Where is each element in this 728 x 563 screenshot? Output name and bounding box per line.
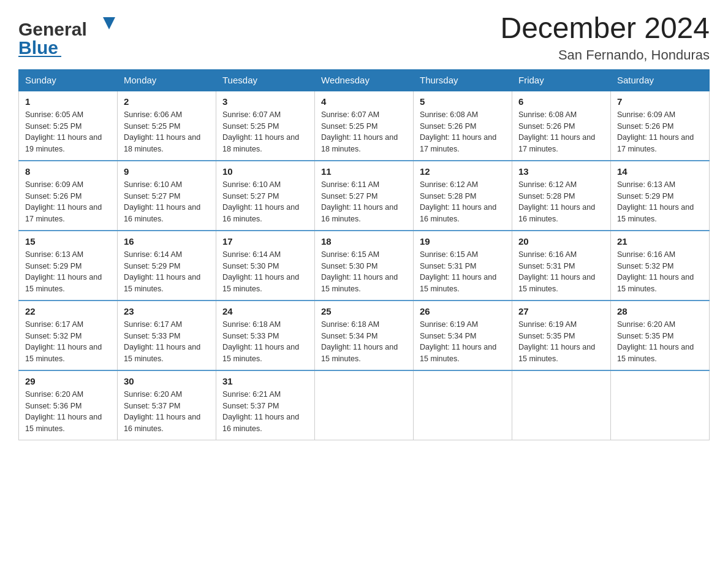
calendar-cell: 2 Sunrise: 6:06 AMSunset: 5:25 PMDayligh… <box>118 91 216 161</box>
day-number: 26 <box>420 306 506 316</box>
location-title: San Fernando, Honduras <box>500 47 710 63</box>
calendar-cell: 14 Sunrise: 6:13 AMSunset: 5:29 PMDaylig… <box>611 161 710 231</box>
day-info: Sunrise: 6:10 AMSunset: 5:27 PMDaylight:… <box>222 179 308 225</box>
day-number: 28 <box>617 306 703 316</box>
day-number: 19 <box>420 236 506 247</box>
day-number: 1 <box>25 96 111 107</box>
calendar-week-row: 1 Sunrise: 6:05 AMSunset: 5:25 PMDayligh… <box>19 91 710 161</box>
calendar-header-row: SundayMondayTuesdayWednesdayThursdayFrid… <box>19 69 710 91</box>
calendar-cell: 27 Sunrise: 6:19 AMSunset: 5:35 PMDaylig… <box>512 301 611 370</box>
day-number: 20 <box>518 236 604 247</box>
calendar-cell: 11 Sunrise: 6:11 AMSunset: 5:27 PMDaylig… <box>315 161 414 231</box>
day-info: Sunrise: 6:15 AMSunset: 5:31 PMDaylight:… <box>420 249 506 295</box>
calendar-cell: 15 Sunrise: 6:13 AMSunset: 5:29 PMDaylig… <box>19 231 118 301</box>
day-number: 13 <box>518 166 604 177</box>
calendar-cell: 4 Sunrise: 6:07 AMSunset: 5:25 PMDayligh… <box>315 91 414 161</box>
day-info: Sunrise: 6:14 AMSunset: 5:29 PMDaylight:… <box>124 249 210 295</box>
day-number: 17 <box>222 236 308 247</box>
day-number: 5 <box>420 96 506 107</box>
calendar-cell: 12 Sunrise: 6:12 AMSunset: 5:28 PMDaylig… <box>414 161 512 231</box>
day-info: Sunrise: 6:19 AMSunset: 5:34 PMDaylight:… <box>420 319 506 365</box>
calendar-cell: 26 Sunrise: 6:19 AMSunset: 5:34 PMDaylig… <box>414 301 512 370</box>
day-number: 27 <box>518 306 604 316</box>
calendar-cell <box>512 370 611 440</box>
day-info: Sunrise: 6:17 AMSunset: 5:32 PMDaylight:… <box>25 319 111 365</box>
day-info: Sunrise: 6:21 AMSunset: 5:37 PMDaylight:… <box>222 389 308 435</box>
calendar-cell: 10 Sunrise: 6:10 AMSunset: 5:27 PMDaylig… <box>216 161 315 231</box>
day-info: Sunrise: 6:15 AMSunset: 5:30 PMDaylight:… <box>321 249 407 295</box>
day-number: 30 <box>124 376 210 386</box>
day-number: 7 <box>617 96 703 107</box>
day-info: Sunrise: 6:18 AMSunset: 5:34 PMDaylight:… <box>321 319 407 365</box>
page-header: General Blue December 2024 San Fernando,… <box>18 12 710 63</box>
day-info: Sunrise: 6:10 AMSunset: 5:27 PMDaylight:… <box>124 179 210 225</box>
calendar-table: SundayMondayTuesdayWednesdayThursdayFrid… <box>18 69 710 440</box>
day-info: Sunrise: 6:05 AMSunset: 5:25 PMDaylight:… <box>25 109 111 155</box>
calendar-week-row: 8 Sunrise: 6:09 AMSunset: 5:26 PMDayligh… <box>19 161 710 231</box>
day-info: Sunrise: 6:11 AMSunset: 5:27 PMDaylight:… <box>321 179 407 225</box>
calendar-header-sunday: Sunday <box>19 69 118 91</box>
day-info: Sunrise: 6:20 AMSunset: 5:36 PMDaylight:… <box>25 389 111 435</box>
logo-svg: General Blue <box>18 12 119 58</box>
calendar-header-thursday: Thursday <box>414 69 512 91</box>
day-info: Sunrise: 6:20 AMSunset: 5:35 PMDaylight:… <box>617 319 703 365</box>
day-number: 8 <box>25 166 111 177</box>
day-number: 3 <box>222 96 308 107</box>
calendar-header-wednesday: Wednesday <box>315 69 414 91</box>
calendar-cell: 23 Sunrise: 6:17 AMSunset: 5:33 PMDaylig… <box>118 301 216 370</box>
day-info: Sunrise: 6:17 AMSunset: 5:33 PMDaylight:… <box>124 319 210 365</box>
calendar-header-saturday: Saturday <box>611 69 710 91</box>
calendar-header-tuesday: Tuesday <box>216 69 315 91</box>
calendar-week-row: 29 Sunrise: 6:20 AMSunset: 5:36 PMDaylig… <box>19 370 710 440</box>
svg-text:Blue: Blue <box>18 37 58 58</box>
calendar-cell: 25 Sunrise: 6:18 AMSunset: 5:34 PMDaylig… <box>315 301 414 370</box>
day-number: 9 <box>124 166 210 177</box>
day-info: Sunrise: 6:18 AMSunset: 5:33 PMDaylight:… <box>222 319 308 365</box>
day-info: Sunrise: 6:13 AMSunset: 5:29 PMDaylight:… <box>617 179 703 225</box>
calendar-cell: 7 Sunrise: 6:09 AMSunset: 5:26 PMDayligh… <box>611 91 710 161</box>
day-number: 10 <box>222 166 308 177</box>
calendar-header-monday: Monday <box>118 69 216 91</box>
day-info: Sunrise: 6:12 AMSunset: 5:28 PMDaylight:… <box>518 179 604 225</box>
day-number: 16 <box>124 236 210 247</box>
calendar-cell: 29 Sunrise: 6:20 AMSunset: 5:36 PMDaylig… <box>19 370 118 440</box>
day-info: Sunrise: 6:13 AMSunset: 5:29 PMDaylight:… <box>25 249 111 295</box>
day-number: 15 <box>25 236 111 247</box>
calendar-cell: 21 Sunrise: 6:16 AMSunset: 5:32 PMDaylig… <box>611 231 710 301</box>
day-info: Sunrise: 6:16 AMSunset: 5:31 PMDaylight:… <box>518 249 604 295</box>
day-number: 31 <box>222 376 308 386</box>
calendar-week-row: 22 Sunrise: 6:17 AMSunset: 5:32 PMDaylig… <box>19 301 710 370</box>
day-number: 22 <box>25 306 111 316</box>
calendar-cell: 20 Sunrise: 6:16 AMSunset: 5:31 PMDaylig… <box>512 231 611 301</box>
calendar-cell: 30 Sunrise: 6:20 AMSunset: 5:37 PMDaylig… <box>118 370 216 440</box>
calendar-cell: 16 Sunrise: 6:14 AMSunset: 5:29 PMDaylig… <box>118 231 216 301</box>
day-info: Sunrise: 6:19 AMSunset: 5:35 PMDaylight:… <box>518 319 604 365</box>
day-number: 24 <box>222 306 308 316</box>
logo: General Blue <box>18 12 119 58</box>
day-number: 18 <box>321 236 407 247</box>
calendar-cell <box>414 370 512 440</box>
day-number: 21 <box>617 236 703 247</box>
day-info: Sunrise: 6:08 AMSunset: 5:26 PMDaylight:… <box>420 109 506 155</box>
day-number: 4 <box>321 96 407 107</box>
day-info: Sunrise: 6:07 AMSunset: 5:25 PMDaylight:… <box>321 109 407 155</box>
calendar-cell: 22 Sunrise: 6:17 AMSunset: 5:32 PMDaylig… <box>19 301 118 370</box>
day-info: Sunrise: 6:09 AMSunset: 5:26 PMDaylight:… <box>25 179 111 225</box>
calendar-cell: 8 Sunrise: 6:09 AMSunset: 5:26 PMDayligh… <box>19 161 118 231</box>
day-info: Sunrise: 6:06 AMSunset: 5:25 PMDaylight:… <box>124 109 210 155</box>
calendar-cell: 28 Sunrise: 6:20 AMSunset: 5:35 PMDaylig… <box>611 301 710 370</box>
day-number: 2 <box>124 96 210 107</box>
calendar-cell <box>315 370 414 440</box>
svg-text:General: General <box>18 19 87 39</box>
day-info: Sunrise: 6:12 AMSunset: 5:28 PMDaylight:… <box>420 179 506 225</box>
calendar-cell: 6 Sunrise: 6:08 AMSunset: 5:26 PMDayligh… <box>512 91 611 161</box>
calendar-cell: 5 Sunrise: 6:08 AMSunset: 5:26 PMDayligh… <box>414 91 512 161</box>
day-info: Sunrise: 6:08 AMSunset: 5:26 PMDaylight:… <box>518 109 604 155</box>
day-number: 11 <box>321 166 407 177</box>
calendar-cell: 31 Sunrise: 6:21 AMSunset: 5:37 PMDaylig… <box>216 370 315 440</box>
day-info: Sunrise: 6:20 AMSunset: 5:37 PMDaylight:… <box>124 389 210 435</box>
calendar-header-friday: Friday <box>512 69 611 91</box>
day-info: Sunrise: 6:09 AMSunset: 5:26 PMDaylight:… <box>617 109 703 155</box>
svg-marker-1 <box>103 17 115 29</box>
month-title: December 2024 <box>500 12 710 45</box>
